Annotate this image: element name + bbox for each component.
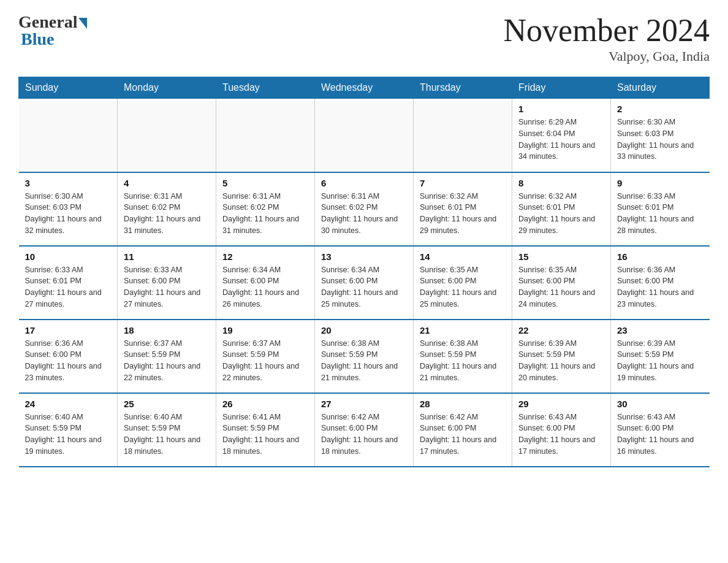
day-of-week-header: Saturday	[611, 77, 710, 99]
day-info-text: Sunrise: 6:38 AMSunset: 5:59 PMDaylight:…	[321, 338, 407, 384]
day-info-text: Sunrise: 6:31 AMSunset: 6:02 PMDaylight:…	[124, 191, 210, 237]
day-info-text: Sunrise: 6:33 AMSunset: 6:01 PMDaylight:…	[25, 264, 112, 310]
day-of-week-header: Monday	[118, 77, 216, 99]
calendar-day-cell: 11Sunrise: 6:33 AMSunset: 6:00 PMDayligh…	[118, 246, 216, 320]
day-number: 30	[617, 399, 703, 409]
day-info-text: Sunrise: 6:31 AMSunset: 6:02 PMDaylight:…	[222, 191, 308, 237]
calendar-day-cell	[216, 99, 315, 172]
day-number: 23	[617, 325, 703, 335]
calendar-week-row: 17Sunrise: 6:36 AMSunset: 6:00 PMDayligh…	[19, 320, 710, 393]
day-info-text: Sunrise: 6:35 AMSunset: 6:00 PMDaylight:…	[420, 264, 506, 310]
day-number: 14	[420, 251, 506, 262]
day-number: 1	[518, 104, 604, 114]
day-number: 18	[124, 325, 210, 335]
day-info-text: Sunrise: 6:34 AMSunset: 6:00 PMDaylight:…	[222, 264, 308, 310]
day-of-week-header: Wednesday	[315, 77, 414, 99]
calendar-day-cell: 6Sunrise: 6:31 AMSunset: 6:02 PMDaylight…	[315, 172, 414, 246]
calendar-day-cell: 22Sunrise: 6:39 AMSunset: 5:59 PMDayligh…	[512, 320, 611, 393]
day-number: 26	[222, 399, 308, 409]
day-number: 27	[321, 399, 407, 409]
calendar-week-row: 10Sunrise: 6:33 AMSunset: 6:01 PMDayligh…	[19, 246, 710, 320]
day-number: 17	[25, 325, 112, 335]
calendar-week-row: 3Sunrise: 6:30 AMSunset: 6:03 PMDaylight…	[19, 172, 710, 246]
day-info-text: Sunrise: 6:40 AMSunset: 5:59 PMDaylight:…	[25, 412, 112, 458]
calendar-week-row: 24Sunrise: 6:40 AMSunset: 5:59 PMDayligh…	[19, 393, 710, 467]
calendar-day-cell: 25Sunrise: 6:40 AMSunset: 5:59 PMDayligh…	[118, 393, 216, 467]
day-info-text: Sunrise: 6:33 AMSunset: 6:01 PMDaylight:…	[617, 191, 703, 237]
day-number: 28	[420, 399, 506, 409]
calendar-day-cell: 1Sunrise: 6:29 AMSunset: 6:04 PMDaylight…	[512, 99, 611, 172]
day-number: 4	[124, 178, 210, 188]
calendar-day-cell: 17Sunrise: 6:36 AMSunset: 6:00 PMDayligh…	[19, 320, 118, 393]
day-info-text: Sunrise: 6:37 AMSunset: 5:59 PMDaylight:…	[222, 338, 308, 384]
day-info-text: Sunrise: 6:39 AMSunset: 5:59 PMDaylight:…	[518, 338, 604, 384]
day-info-text: Sunrise: 6:41 AMSunset: 5:59 PMDaylight:…	[222, 412, 308, 458]
calendar-day-cell: 13Sunrise: 6:34 AMSunset: 6:00 PMDayligh…	[315, 246, 414, 320]
day-info-text: Sunrise: 6:39 AMSunset: 5:59 PMDaylight:…	[617, 338, 703, 384]
day-number: 6	[321, 178, 407, 188]
day-info-text: Sunrise: 6:43 AMSunset: 6:00 PMDaylight:…	[518, 412, 604, 458]
day-of-week-header: Thursday	[414, 77, 512, 99]
day-info-text: Sunrise: 6:31 AMSunset: 6:02 PMDaylight:…	[321, 191, 407, 237]
calendar-table: SundayMondayTuesdayWednesdayThursdayFrid…	[18, 77, 710, 467]
day-info-text: Sunrise: 6:30 AMSunset: 6:03 PMDaylight:…	[617, 117, 703, 163]
day-info-text: Sunrise: 6:35 AMSunset: 6:00 PMDaylight:…	[518, 264, 604, 310]
day-number: 12	[222, 251, 308, 262]
day-number: 2	[617, 104, 703, 114]
day-info-text: Sunrise: 6:36 AMSunset: 6:00 PMDaylight:…	[25, 338, 112, 384]
month-title: November 2024	[504, 12, 710, 48]
day-number: 3	[25, 178, 112, 188]
calendar-day-cell: 21Sunrise: 6:38 AMSunset: 5:59 PMDayligh…	[414, 320, 512, 393]
location-text: Valpoy, Goa, India	[504, 48, 710, 64]
day-number: 7	[420, 178, 506, 188]
calendar-day-cell	[414, 99, 512, 172]
day-of-week-header: Sunday	[19, 77, 118, 99]
title-block: November 2024 Valpoy, Goa, India	[504, 12, 710, 64]
day-number: 11	[124, 251, 210, 262]
calendar-day-cell: 15Sunrise: 6:35 AMSunset: 6:00 PMDayligh…	[512, 246, 611, 320]
logo-blue-text: Blue	[18, 29, 54, 49]
calendar-day-cell: 14Sunrise: 6:35 AMSunset: 6:00 PMDayligh…	[414, 246, 512, 320]
day-info-text: Sunrise: 6:29 AMSunset: 6:04 PMDaylight:…	[518, 117, 604, 163]
calendar-day-cell: 12Sunrise: 6:34 AMSunset: 6:00 PMDayligh…	[216, 246, 315, 320]
day-info-text: Sunrise: 6:37 AMSunset: 5:59 PMDaylight:…	[124, 338, 210, 384]
day-info-text: Sunrise: 6:36 AMSunset: 6:00 PMDaylight:…	[617, 264, 703, 310]
day-number: 21	[420, 325, 506, 335]
logo: General Blue	[18, 12, 87, 49]
calendar-day-cell: 3Sunrise: 6:30 AMSunset: 6:03 PMDaylight…	[19, 172, 118, 246]
day-number: 8	[518, 178, 604, 188]
day-number: 13	[321, 251, 407, 262]
day-info-text: Sunrise: 6:42 AMSunset: 6:00 PMDaylight:…	[420, 412, 506, 458]
day-info-text: Sunrise: 6:32 AMSunset: 6:01 PMDaylight:…	[518, 191, 604, 237]
day-info-text: Sunrise: 6:30 AMSunset: 6:03 PMDaylight:…	[25, 191, 112, 237]
calendar-day-cell: 24Sunrise: 6:40 AMSunset: 5:59 PMDayligh…	[19, 393, 118, 467]
calendar-day-cell: 27Sunrise: 6:42 AMSunset: 6:00 PMDayligh…	[315, 393, 414, 467]
day-number: 22	[518, 325, 604, 335]
day-info-text: Sunrise: 6:38 AMSunset: 5:59 PMDaylight:…	[420, 338, 506, 384]
day-of-week-header: Friday	[512, 77, 611, 99]
calendar-day-cell: 10Sunrise: 6:33 AMSunset: 6:01 PMDayligh…	[19, 246, 118, 320]
day-info-text: Sunrise: 6:33 AMSunset: 6:00 PMDaylight:…	[124, 264, 210, 310]
day-number: 25	[124, 399, 210, 409]
day-of-week-header: Tuesday	[216, 77, 315, 99]
calendar-day-cell: 4Sunrise: 6:31 AMSunset: 6:02 PMDaylight…	[118, 172, 216, 246]
calendar-day-cell: 19Sunrise: 6:37 AMSunset: 5:59 PMDayligh…	[216, 320, 315, 393]
calendar-day-cell: 28Sunrise: 6:42 AMSunset: 6:00 PMDayligh…	[414, 393, 512, 467]
calendar-day-cell	[118, 99, 216, 172]
page-header: General Blue November 2024 Valpoy, Goa, …	[18, 12, 710, 64]
day-info-text: Sunrise: 6:42 AMSunset: 6:00 PMDaylight:…	[321, 412, 407, 458]
calendar-day-cell: 16Sunrise: 6:36 AMSunset: 6:00 PMDayligh…	[611, 246, 710, 320]
calendar-day-cell	[315, 99, 414, 172]
day-info-text: Sunrise: 6:43 AMSunset: 6:00 PMDaylight:…	[617, 412, 703, 458]
calendar-day-cell: 8Sunrise: 6:32 AMSunset: 6:01 PMDaylight…	[512, 172, 611, 246]
calendar-day-cell: 29Sunrise: 6:43 AMSunset: 6:00 PMDayligh…	[512, 393, 611, 467]
calendar-day-cell: 7Sunrise: 6:32 AMSunset: 6:01 PMDaylight…	[414, 172, 512, 246]
calendar-week-row: 1Sunrise: 6:29 AMSunset: 6:04 PMDaylight…	[19, 99, 710, 172]
calendar-day-cell: 18Sunrise: 6:37 AMSunset: 5:59 PMDayligh…	[118, 320, 216, 393]
day-number: 19	[222, 325, 308, 335]
calendar-day-cell: 2Sunrise: 6:30 AMSunset: 6:03 PMDaylight…	[611, 99, 710, 172]
calendar-day-cell: 20Sunrise: 6:38 AMSunset: 5:59 PMDayligh…	[315, 320, 414, 393]
calendar-day-cell: 23Sunrise: 6:39 AMSunset: 5:59 PMDayligh…	[611, 320, 710, 393]
calendar-day-cell: 9Sunrise: 6:33 AMSunset: 6:01 PMDaylight…	[611, 172, 710, 246]
day-number: 5	[222, 178, 308, 188]
